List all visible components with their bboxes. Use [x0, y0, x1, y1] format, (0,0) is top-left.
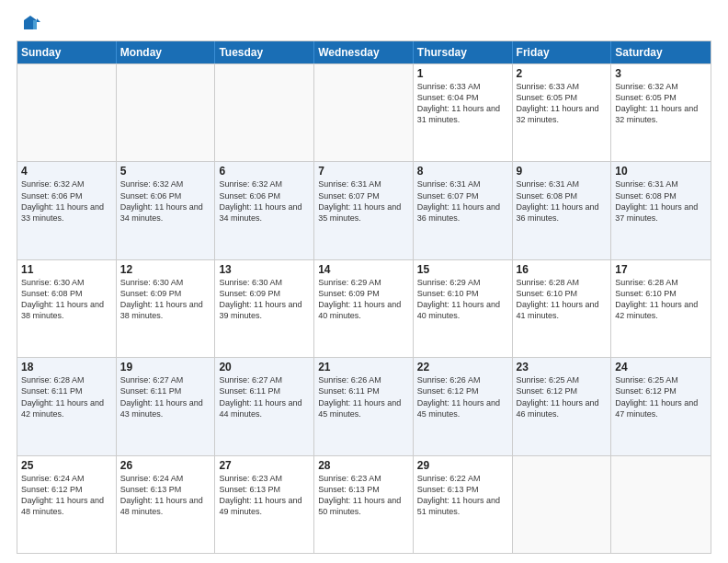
day-info: Sunrise: 6:32 AM Sunset: 6:06 PM Dayligh… [219, 178, 310, 224]
calendar-cell [513, 456, 612, 553]
day-info: Sunrise: 6:27 AM Sunset: 6:11 PM Dayligh… [219, 374, 310, 419]
day-number: 7 [318, 165, 409, 178]
calendar-cell: 1Sunrise: 6:33 AM Sunset: 6:04 PM Daylig… [414, 64, 513, 161]
day-info: Sunrise: 6:27 AM Sunset: 6:11 PM Dayligh… [120, 374, 211, 419]
day-number: 17 [615, 263, 707, 276]
day-number: 3 [615, 67, 707, 80]
calendar-cell: 27Sunrise: 6:23 AM Sunset: 6:13 PM Dayli… [215, 456, 314, 553]
day-number: 26 [120, 459, 211, 472]
day-number: 15 [417, 263, 508, 276]
day-number: 18 [21, 361, 112, 373]
day-of-week-header: Monday [117, 41, 216, 63]
logo [17, 17, 40, 33]
day-of-week-header: Tuesday [215, 41, 314, 63]
day-info: Sunrise: 6:28 AM Sunset: 6:11 PM Dayligh… [21, 374, 112, 419]
header [17, 17, 711, 33]
calendar-cell: 29Sunrise: 6:22 AM Sunset: 6:13 PM Dayli… [414, 456, 513, 553]
calendar-header: SundayMondayTuesdayWednesdayThursdayFrid… [17, 41, 711, 63]
day-number: 23 [517, 361, 608, 373]
day-number: 13 [219, 263, 310, 276]
day-number: 14 [318, 263, 409, 276]
day-info: Sunrise: 6:29 AM Sunset: 6:10 PM Dayligh… [417, 277, 508, 322]
day-number: 29 [417, 459, 508, 472]
calendar-cell: 28Sunrise: 6:23 AM Sunset: 6:13 PM Dayli… [314, 456, 414, 553]
day-info: Sunrise: 6:31 AM Sunset: 6:07 PM Dayligh… [417, 178, 508, 224]
calendar-cell: 5Sunrise: 6:32 AM Sunset: 6:06 PM Daylig… [117, 162, 216, 259]
calendar-row: 11Sunrise: 6:30 AM Sunset: 6:08 PM Dayli… [17, 259, 711, 357]
calendar-cell: 10Sunrise: 6:31 AM Sunset: 6:08 PM Dayli… [611, 162, 711, 259]
page: SundayMondayTuesdayWednesdayThursdayFrid… [0, 0, 728, 563]
calendar-cell: 6Sunrise: 6:32 AM Sunset: 6:06 PM Daylig… [215, 162, 314, 259]
day-number: 2 [517, 67, 608, 80]
day-number: 12 [120, 263, 211, 276]
day-number: 16 [517, 263, 608, 276]
calendar-cell: 24Sunrise: 6:25 AM Sunset: 6:12 PM Dayli… [611, 358, 711, 454]
day-info: Sunrise: 6:28 AM Sunset: 6:10 PM Dayligh… [517, 277, 608, 322]
calendar-row: 4Sunrise: 6:32 AM Sunset: 6:06 PM Daylig… [17, 161, 711, 259]
day-number: 8 [417, 165, 508, 178]
day-info: Sunrise: 6:32 AM Sunset: 6:06 PM Dayligh… [120, 178, 211, 224]
day-number: 10 [615, 165, 707, 178]
calendar-cell: 19Sunrise: 6:27 AM Sunset: 6:11 PM Dayli… [117, 358, 216, 454]
svg-marker-2 [37, 18, 40, 22]
calendar-cell: 17Sunrise: 6:28 AM Sunset: 6:10 PM Dayli… [611, 260, 711, 357]
day-info: Sunrise: 6:30 AM Sunset: 6:08 PM Dayligh… [21, 277, 112, 322]
day-number: 9 [517, 165, 608, 178]
day-info: Sunrise: 6:33 AM Sunset: 6:04 PM Dayligh… [417, 81, 508, 126]
calendar-cell: 23Sunrise: 6:25 AM Sunset: 6:12 PM Dayli… [513, 358, 612, 454]
logo-icon [20, 13, 40, 33]
calendar-cell: 16Sunrise: 6:28 AM Sunset: 6:10 PM Dayli… [513, 260, 612, 357]
calendar-row: 18Sunrise: 6:28 AM Sunset: 6:11 PM Dayli… [17, 357, 711, 454]
calendar-cell [314, 64, 414, 161]
calendar-cell: 4Sunrise: 6:32 AM Sunset: 6:06 PM Daylig… [17, 162, 117, 259]
calendar-cell: 26Sunrise: 6:24 AM Sunset: 6:13 PM Dayli… [117, 456, 216, 553]
day-number: 24 [615, 361, 707, 373]
day-number: 22 [417, 361, 508, 373]
day-info: Sunrise: 6:31 AM Sunset: 6:08 PM Dayligh… [615, 178, 707, 224]
day-number: 20 [219, 361, 310, 373]
calendar-cell [17, 64, 117, 161]
day-info: Sunrise: 6:30 AM Sunset: 6:09 PM Dayligh… [219, 277, 310, 322]
day-info: Sunrise: 6:31 AM Sunset: 6:08 PM Dayligh… [517, 178, 608, 224]
day-of-week-header: Saturday [611, 41, 711, 63]
calendar-cell: 11Sunrise: 6:30 AM Sunset: 6:08 PM Dayli… [17, 260, 117, 357]
calendar-body: 1Sunrise: 6:33 AM Sunset: 6:04 PM Daylig… [17, 63, 711, 553]
calendar-cell: 14Sunrise: 6:29 AM Sunset: 6:09 PM Dayli… [314, 260, 414, 357]
day-number: 11 [21, 263, 112, 276]
day-info: Sunrise: 6:25 AM Sunset: 6:12 PM Dayligh… [615, 374, 707, 419]
day-info: Sunrise: 6:23 AM Sunset: 6:13 PM Dayligh… [219, 473, 310, 518]
day-info: Sunrise: 6:23 AM Sunset: 6:13 PM Dayligh… [318, 473, 409, 518]
day-number: 27 [219, 459, 310, 472]
day-number: 25 [21, 459, 112, 472]
day-info: Sunrise: 6:28 AM Sunset: 6:10 PM Dayligh… [615, 277, 707, 322]
calendar-cell: 13Sunrise: 6:30 AM Sunset: 6:09 PM Dayli… [215, 260, 314, 357]
day-of-week-header: Sunday [17, 41, 117, 63]
day-info: Sunrise: 6:22 AM Sunset: 6:13 PM Dayligh… [417, 473, 508, 518]
calendar-cell: 12Sunrise: 6:30 AM Sunset: 6:09 PM Dayli… [117, 260, 216, 357]
calendar-cell: 15Sunrise: 6:29 AM Sunset: 6:10 PM Dayli… [414, 260, 513, 357]
day-number: 28 [318, 459, 409, 472]
day-info: Sunrise: 6:32 AM Sunset: 6:05 PM Dayligh… [615, 81, 707, 126]
calendar-cell: 18Sunrise: 6:28 AM Sunset: 6:11 PM Dayli… [17, 358, 117, 454]
calendar: SundayMondayTuesdayWednesdayThursdayFrid… [17, 40, 711, 554]
day-info: Sunrise: 6:25 AM Sunset: 6:12 PM Dayligh… [517, 374, 608, 419]
calendar-cell [117, 64, 216, 161]
calendar-row: 25Sunrise: 6:24 AM Sunset: 6:12 PM Dayli… [17, 455, 711, 553]
day-number: 21 [318, 361, 409, 373]
day-info: Sunrise: 6:26 AM Sunset: 6:11 PM Dayligh… [318, 374, 409, 419]
calendar-cell [611, 456, 711, 553]
calendar-cell [215, 64, 314, 161]
day-info: Sunrise: 6:24 AM Sunset: 6:13 PM Dayligh… [120, 473, 211, 518]
day-number: 19 [120, 361, 211, 373]
calendar-cell: 3Sunrise: 6:32 AM Sunset: 6:05 PM Daylig… [611, 64, 711, 161]
calendar-cell: 21Sunrise: 6:26 AM Sunset: 6:11 PM Dayli… [314, 358, 414, 454]
calendar-cell: 7Sunrise: 6:31 AM Sunset: 6:07 PM Daylig… [314, 162, 414, 259]
day-info: Sunrise: 6:24 AM Sunset: 6:12 PM Dayligh… [21, 473, 112, 518]
day-of-week-header: Thursday [414, 41, 513, 63]
day-info: Sunrise: 6:29 AM Sunset: 6:09 PM Dayligh… [318, 277, 409, 322]
calendar-cell: 8Sunrise: 6:31 AM Sunset: 6:07 PM Daylig… [414, 162, 513, 259]
day-of-week-header: Friday [513, 41, 612, 63]
calendar-cell: 2Sunrise: 6:33 AM Sunset: 6:05 PM Daylig… [513, 64, 612, 161]
day-info: Sunrise: 6:31 AM Sunset: 6:07 PM Dayligh… [318, 178, 409, 224]
day-number: 6 [219, 165, 310, 178]
